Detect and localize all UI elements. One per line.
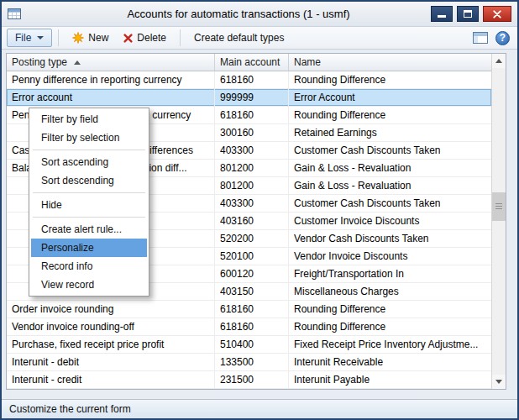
- minimize-icon: [438, 15, 446, 18]
- column-header-posting-type[interactable]: Posting type: [7, 54, 215, 71]
- table-row[interactable]: Interunit - debit133500Interunit Receiva…: [7, 354, 491, 371]
- triangle-down-icon: [495, 380, 502, 384]
- toolbar-separator: [58, 29, 59, 46]
- window-title: Accounts for automatic transactions (1 -…: [52, 8, 425, 20]
- titlebar: Accounts for automatic transactions (1 -…: [2, 2, 517, 27]
- cell-name: Customer Invoice Discounts: [289, 213, 491, 229]
- scroll-up-button[interactable]: [492, 54, 506, 68]
- menu-item-personalize[interactable]: Personalize: [31, 239, 147, 257]
- menu-separator: [33, 150, 145, 150]
- cell-main-account: 618160: [215, 71, 289, 88]
- cell-posting-type: Vendor invoice rounding-off: [7, 318, 215, 335]
- cell-main-account: 600120: [215, 265, 289, 282]
- create-default-types-button[interactable]: Create default types: [186, 29, 291, 47]
- cell-main-account: 801200: [215, 160, 289, 176]
- toolbar: File New Delete Create default types ?: [2, 27, 517, 50]
- table-row[interactable]: Order invoice rounding618160Rounding Dif…: [7, 301, 491, 318]
- cell-posting-type: Interunit - debit: [7, 354, 215, 370]
- menu-item-create-alert-rule[interactable]: Create alert rule...: [31, 220, 147, 239]
- cell-posting-type: Penny difference in reporting currency: [7, 71, 215, 88]
- column-header-label: Posting type: [12, 56, 67, 68]
- close-x-icon: [493, 10, 501, 18]
- maximize-icon: [464, 10, 472, 18]
- table-row[interactable]: Purchase, fixed receipt price profit5104…: [7, 336, 491, 354]
- context-menu: Filter by fieldFilter by selectionSort a…: [29, 108, 149, 297]
- scrollbar-thumb[interactable]: [492, 192, 506, 221]
- create-default-types-label: Create default types: [194, 32, 284, 44]
- window-controls: [431, 6, 511, 22]
- cell-name: Rounding Difference: [289, 318, 491, 335]
- toolbar-separator: [180, 29, 181, 46]
- delete-button[interactable]: Delete: [116, 29, 174, 47]
- cell-posting-type: Interunit - credit: [7, 371, 215, 388]
- toolbar-right: ?: [473, 31, 510, 45]
- cell-name: Fixed Receipt Price Inventory Adjustme..…: [289, 336, 491, 353]
- help-icon[interactable]: ?: [495, 31, 510, 45]
- cell-main-account: 520100: [215, 248, 289, 265]
- cell-main-account: 403300: [215, 142, 289, 159]
- menu-item-view-record[interactable]: View record: [31, 276, 147, 294]
- cell-name: Retained Earnings: [289, 124, 491, 141]
- minimize-button[interactable]: [431, 6, 453, 22]
- file-label: File: [15, 32, 31, 44]
- cell-name: Error Account: [289, 89, 491, 106]
- cell-name: Interunit Receivable: [289, 354, 491, 370]
- cell-main-account: 618160: [215, 318, 289, 335]
- table-row[interactable]: Vendor invoice rounding-off618160Roundin…: [7, 318, 491, 336]
- cell-main-account: 999999: [215, 89, 289, 106]
- cell-name: Interunit Payable: [289, 371, 491, 388]
- menu-separator: [33, 192, 145, 193]
- status-text: Customize the current form: [9, 403, 131, 415]
- cell-name: Freight/Transportation In: [289, 265, 491, 282]
- menu-item-filter-by-field[interactable]: Filter by field: [31, 110, 147, 129]
- layout-icon[interactable]: [473, 32, 488, 44]
- cell-main-account: 618160: [215, 107, 289, 123]
- scroll-down-button[interactable]: [492, 375, 506, 389]
- cell-posting-type: Order invoice rounding: [7, 301, 215, 318]
- new-button[interactable]: New: [65, 29, 116, 47]
- table-row[interactable]: Error account999999Error Account: [7, 89, 491, 107]
- cell-name: Rounding Difference: [289, 71, 491, 88]
- app-window: Accounts for automatic transactions (1 -…: [0, 0, 519, 420]
- table-row[interactable]: Interunit - credit231500Interunit Payabl…: [7, 371, 491, 389]
- menu-item-hide[interactable]: Hide: [31, 196, 147, 214]
- menu-item-sort-ascending[interactable]: Sort ascending: [31, 153, 147, 171]
- sort-ascending-icon: [74, 60, 81, 65]
- cell-main-account: 300160: [215, 124, 289, 141]
- menu-item-record-info[interactable]: Record info: [31, 257, 147, 276]
- menu-item-sort-descending[interactable]: Sort descending: [31, 171, 147, 190]
- triangle-up-icon: [495, 59, 502, 63]
- delete-x-icon: [123, 34, 133, 43]
- cell-name: Customer Cash Discounts Taken: [289, 195, 491, 212]
- grid-header: Posting type Main account Name: [7, 54, 491, 71]
- cell-name: Gain & Loss - Revaluation: [289, 177, 491, 194]
- column-header-label: Name: [294, 56, 321, 68]
- table-row[interactable]: Penny difference in reporting currency61…: [7, 71, 491, 89]
- cell-posting-type: Purchase, fixed receipt price profit: [7, 336, 215, 353]
- cell-main-account: 403300: [215, 195, 289, 212]
- cell-name: Gain & Loss - Revaluation: [289, 160, 491, 176]
- cell-main-account: 403150: [215, 283, 289, 300]
- file-menu-button[interactable]: File: [7, 29, 52, 47]
- statusbar: Customize the current form: [2, 399, 517, 418]
- delete-label: Delete: [137, 32, 166, 44]
- cell-name: Vendor Cash Discounts Taken: [289, 230, 491, 247]
- cell-main-account: 510400: [215, 336, 289, 353]
- column-header-main-account[interactable]: Main account: [215, 54, 289, 71]
- cell-main-account: 231500: [215, 371, 289, 388]
- column-header-name[interactable]: Name: [289, 54, 491, 71]
- cell-main-account: 801200: [215, 177, 289, 194]
- menu-item-filter-by-selection[interactable]: Filter by selection: [31, 129, 147, 147]
- maximize-button[interactable]: [457, 6, 479, 22]
- vertical-scrollbar[interactable]: [491, 54, 506, 389]
- cell-main-account: 133500: [215, 354, 289, 370]
- column-header-label: Main account: [220, 56, 280, 68]
- new-label: New: [88, 32, 108, 44]
- cell-name: Rounding Difference: [289, 301, 491, 318]
- chevron-down-icon: [37, 36, 44, 39]
- close-button[interactable]: [483, 6, 511, 22]
- cell-posting-type: Error account: [7, 89, 215, 106]
- cell-name: Vendor Invoice Discounts: [289, 248, 491, 265]
- cell-main-account: 618160: [215, 301, 289, 318]
- menu-separator: [33, 217, 145, 218]
